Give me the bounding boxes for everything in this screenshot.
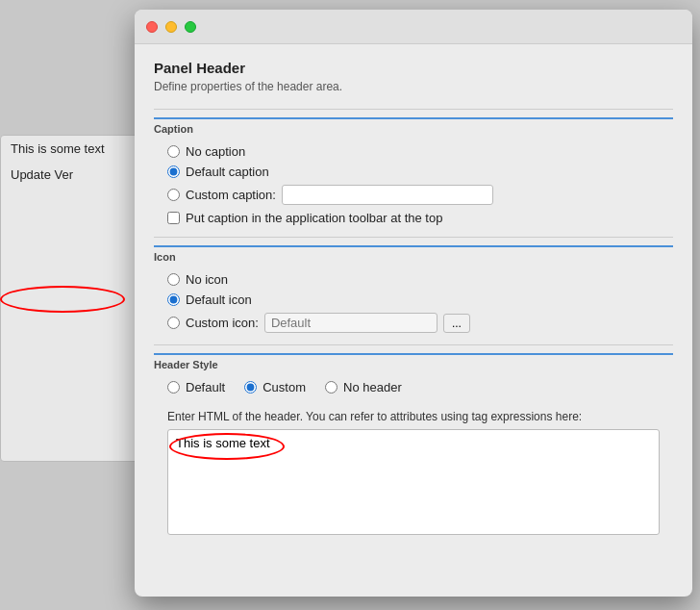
caption-section-body: No caption Default caption Custom captio… bbox=[154, 144, 673, 225]
caption-section-header: Caption bbox=[154, 117, 673, 137]
header-style-section: Header Style Default Custom No header bbox=[154, 353, 673, 538]
hs-default-row: Default bbox=[167, 380, 225, 394]
no-icon-radio[interactable] bbox=[167, 273, 180, 286]
maximize-button[interactable] bbox=[185, 21, 196, 33]
icon-section: Icon No icon Default icon Custom icon: .… bbox=[154, 245, 673, 333]
hs-custom-row: Custom bbox=[244, 380, 306, 394]
no-icon-label: No icon bbox=[186, 272, 228, 287]
left-panel-item-1[interactable]: This is some text bbox=[1, 136, 138, 162]
left-panel-item-2[interactable]: Update Ver bbox=[1, 162, 138, 188]
icon-section-header: Icon bbox=[154, 245, 673, 265]
custom-caption-row: Custom caption: bbox=[167, 185, 660, 205]
custom-icon-radio[interactable] bbox=[167, 317, 180, 329]
custom-icon-label: Custom icon: bbox=[186, 316, 259, 330]
left-panel: This is some text Update Ver bbox=[0, 135, 139, 462]
dialog-content: Panel Header Define properties of the he… bbox=[135, 44, 692, 538]
html-note: Enter HTML of the header. You can refer … bbox=[167, 410, 660, 423]
hs-noheader-label: No header bbox=[343, 380, 402, 394]
no-caption-label: No caption bbox=[186, 144, 245, 159]
dialog-subtitle: Define properties of the header area. bbox=[154, 80, 673, 93]
custom-caption-label: Custom caption: bbox=[186, 188, 276, 202]
hs-noheader-row: No header bbox=[325, 380, 402, 394]
dialog-title: Panel Header bbox=[154, 60, 673, 76]
caption-section: Caption No caption Default caption Custo… bbox=[154, 117, 673, 225]
hs-custom-label: Custom bbox=[262, 380, 306, 394]
default-icon-row: Default icon bbox=[167, 292, 660, 307]
minimize-button[interactable] bbox=[165, 21, 177, 33]
custom-icon-input[interactable] bbox=[264, 313, 438, 333]
html-textarea[interactable]: This is some text bbox=[167, 429, 660, 535]
header-style-options-row: Default Custom No header bbox=[167, 380, 660, 400]
custom-caption-radio[interactable] bbox=[167, 189, 180, 201]
toolbar-checkbox-row: Put caption in the application toolbar a… bbox=[167, 211, 660, 225]
hs-custom-radio[interactable] bbox=[244, 381, 257, 394]
default-caption-label: Default caption bbox=[186, 165, 269, 179]
default-caption-radio[interactable] bbox=[167, 165, 180, 178]
custom-icon-row: Custom icon: ... bbox=[167, 313, 660, 333]
toolbar-caption-label: Put caption in the application toolbar a… bbox=[186, 211, 442, 225]
custom-caption-input[interactable] bbox=[282, 185, 493, 205]
header-style-section-header: Header Style bbox=[154, 353, 673, 372]
browse-icon-button[interactable]: ... bbox=[443, 314, 470, 333]
dialog-window: Panel Header Define properties of the he… bbox=[135, 10, 692, 597]
default-icon-radio[interactable] bbox=[167, 293, 180, 306]
header-style-section-body: Default Custom No header Enter HTML of t… bbox=[154, 380, 673, 538]
close-button[interactable] bbox=[146, 21, 158, 33]
toolbar-caption-checkbox[interactable] bbox=[167, 212, 180, 224]
hs-default-radio[interactable] bbox=[167, 381, 180, 394]
hs-default-label: Default bbox=[186, 380, 225, 394]
no-caption-radio[interactable] bbox=[167, 145, 180, 158]
icon-section-body: No icon Default icon Custom icon: ... bbox=[154, 272, 673, 333]
default-caption-row: Default caption bbox=[167, 165, 660, 179]
html-textarea-wrapper: This is some text bbox=[167, 429, 660, 538]
default-icon-label: Default icon bbox=[186, 292, 252, 307]
no-icon-row: No icon bbox=[167, 272, 660, 287]
custom-icon-input-group: ... bbox=[264, 313, 470, 333]
titlebar bbox=[135, 10, 692, 44]
hs-noheader-radio[interactable] bbox=[325, 381, 338, 394]
no-caption-row: No caption bbox=[167, 144, 660, 159]
